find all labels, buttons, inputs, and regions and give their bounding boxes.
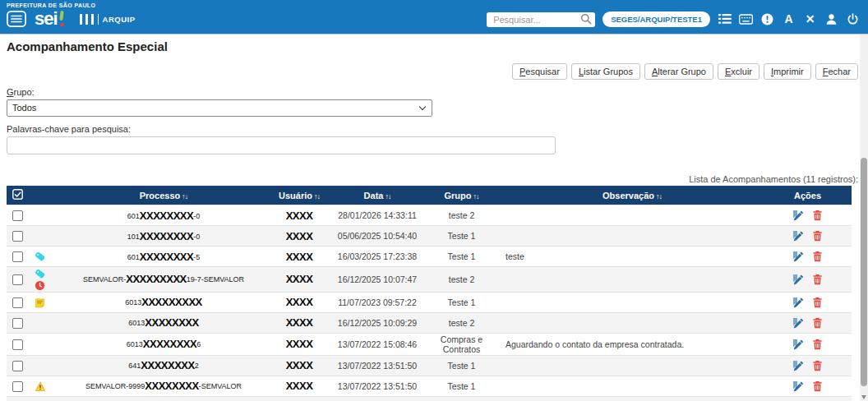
- edit-annotation-icon[interactable]: [792, 274, 804, 285]
- delete-icon[interactable]: [812, 339, 823, 350]
- process-number[interactable]: 101XXXXXXXX-0: [61, 226, 266, 247]
- marker-tag-icon[interactable]: [35, 251, 46, 262]
- delete-icon[interactable]: [812, 274, 823, 285]
- scrollbar-thumb[interactable]: [861, 158, 867, 386]
- user-icon[interactable]: [824, 12, 838, 26]
- sei-logo[interactable]: sei: [35, 11, 65, 27]
- process-list-icon[interactable]: [718, 12, 732, 26]
- user-cell: XXXX: [266, 267, 332, 293]
- process-number[interactable]: SEMVALOR-XXXXXXXXX19-7-SEMVALOR: [61, 267, 266, 293]
- row-checkbox[interactable]: [12, 251, 23, 262]
- process-number[interactable]: SEMVALOR-9999XXXXXXXX-SEMVALOR: [61, 376, 266, 396]
- imprimir-button[interactable]: Imprimir: [764, 63, 811, 80]
- delete-icon[interactable]: [812, 297, 823, 308]
- header-icons-column: [28, 186, 61, 205]
- table-row: 6013XXXXXXXXX XXXX 11/07/2023 09:57:22 T…: [7, 292, 852, 312]
- redacted-text: XXXXXXXX: [143, 338, 196, 350]
- sort-icon[interactable]: ↑↓: [473, 192, 479, 200]
- select-all-icon[interactable]: [12, 191, 23, 201]
- fechar-button[interactable]: Fechar: [815, 63, 858, 80]
- row-checkbox[interactable]: [12, 231, 23, 242]
- redacted-text: XXXXXXXX: [141, 359, 194, 371]
- accessibility-icon[interactable]: A: [782, 12, 796, 26]
- menu-icon[interactable]: [7, 11, 26, 27]
- row-checkbox[interactable]: [12, 339, 23, 350]
- tools-icon[interactable]: ✕: [803, 12, 817, 26]
- group-cell: Teste 1: [422, 355, 501, 376]
- group-cell: Teste 1: [422, 226, 501, 247]
- row-status-icons: [28, 312, 61, 333]
- process-number[interactable]: 601XXXXXXXX-5: [61, 247, 266, 267]
- row-checkbox[interactable]: [12, 361, 23, 371]
- excluir-button[interactable]: Excluir: [718, 63, 760, 80]
- process-number[interactable]: SEMVALOR-999XXXXXXXX-2-SEMVALOR: [61, 396, 266, 401]
- process-number[interactable]: 601XXXXXXXX-0: [61, 205, 266, 226]
- sort-icon[interactable]: ↑↓: [656, 192, 662, 200]
- edit-annotation-icon[interactable]: [792, 251, 804, 262]
- observation-cell: [501, 226, 764, 247]
- row-checkbox[interactable]: [12, 318, 23, 329]
- table-row: 6013XXXXXXXX XXXX 16/12/2025 10:09:29 te…: [7, 312, 852, 333]
- row-checkbox[interactable]: [12, 210, 23, 221]
- row-checkbox[interactable]: [12, 297, 23, 308]
- delete-icon[interactable]: [812, 230, 823, 242]
- redacted-text: XXXXXXXX: [145, 380, 198, 392]
- group-cell: teste 2: [422, 312, 501, 333]
- process-number[interactable]: 641XXXXXXXX2: [61, 355, 266, 376]
- edit-annotation-icon[interactable]: [792, 210, 804, 221]
- annotation-icon[interactable]: [35, 297, 45, 308]
- keywords-input[interactable]: [7, 136, 556, 154]
- redacted-text: XXXXXXXX: [145, 316, 198, 329]
- power-icon[interactable]: [846, 12, 860, 26]
- row-status-icons: [28, 355, 61, 376]
- delete-icon[interactable]: [812, 251, 823, 262]
- process-number[interactable]: 6013XXXXXXXX6: [61, 333, 266, 355]
- row-checkbox[interactable]: [12, 274, 23, 285]
- global-search-input[interactable]: [487, 12, 595, 27]
- redacted-text: XXXX: [286, 338, 313, 350]
- sort-icon[interactable]: ↑↓: [385, 192, 390, 200]
- unit-selector-button[interactable]: SEGES/ARQUIP/TESTE1: [603, 12, 710, 27]
- header-observacao[interactable]: Observação↑↓: [501, 186, 764, 205]
- date-cell: 11/07/2023 09:57:22: [332, 292, 422, 312]
- listar-grupos-button[interactable]: Listar Grupos: [571, 63, 640, 80]
- header-usuario[interactable]: Usuário↑↓: [266, 186, 332, 205]
- grupo-select[interactable]: Todos: [7, 99, 432, 117]
- alterar-grupo-button[interactable]: Alterar Grupo: [644, 63, 713, 80]
- row-status-icons: [28, 396, 61, 401]
- row-status-icons: [28, 226, 61, 247]
- pesquisar-button[interactable]: Pesquisar: [512, 63, 567, 80]
- row-checkbox[interactable]: [12, 381, 23, 392]
- sort-icon[interactable]: ↑↓: [314, 192, 320, 200]
- actions-cell: [764, 376, 852, 396]
- chevron-down-icon: [419, 104, 426, 110]
- keyboard-icon[interactable]: [739, 12, 753, 26]
- process-number[interactable]: 6013XXXXXXXX: [61, 312, 266, 333]
- scrollbar[interactable]: [860, 35, 868, 401]
- process-number[interactable]: 6013XXXXXXXXX: [61, 292, 266, 312]
- delete-icon[interactable]: [812, 360, 823, 371]
- header-data[interactable]: Data↑↓: [332, 186, 422, 205]
- date-cell: 13/07/2022 13:51:50: [332, 355, 422, 376]
- header-grupo[interactable]: Grupo↑↓: [422, 186, 501, 205]
- marker-tag-icon[interactable]: [35, 268, 46, 279]
- edit-annotation-icon[interactable]: [792, 360, 804, 371]
- warning-icon[interactable]: [35, 381, 46, 392]
- delete-icon[interactable]: [812, 210, 823, 221]
- observation-cell: teste: [501, 247, 764, 267]
- delete-icon[interactable]: [812, 317, 823, 329]
- edit-annotation-icon[interactable]: [792, 317, 804, 329]
- edit-annotation-icon[interactable]: [792, 297, 804, 308]
- delete-icon[interactable]: [812, 380, 823, 392]
- scrollbar-down-arrow[interactable]: [861, 395, 866, 399]
- edit-annotation-icon[interactable]: [792, 230, 804, 242]
- global-search: [487, 12, 595, 27]
- edit-annotation-icon[interactable]: [792, 339, 804, 350]
- search-icon[interactable]: [580, 13, 592, 28]
- header-processo[interactable]: Processo↑↓: [61, 186, 266, 205]
- row-status-icons: [28, 333, 61, 355]
- sort-icon[interactable]: ↑↓: [182, 192, 187, 200]
- alert-icon[interactable]: [760, 12, 774, 26]
- edit-annotation-icon[interactable]: [792, 380, 804, 392]
- scheduled-return-icon[interactable]: [35, 280, 45, 291]
